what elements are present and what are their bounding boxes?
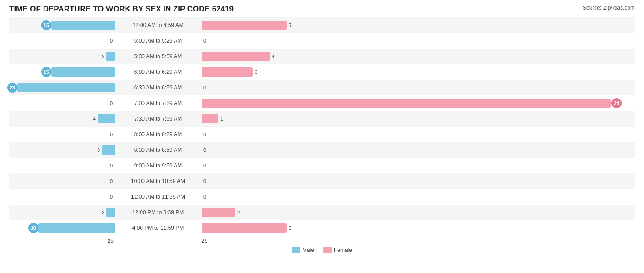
female-bar-area: 5 [202, 17, 635, 33]
male-bar [98, 114, 115, 123]
legend-male-box [292, 247, 300, 253]
time-label-text: 9:00 AM to 9:59 AM [134, 162, 182, 169]
chart-row: 08:00 AM to 8:29 AM0 [9, 127, 635, 142]
time-label-text: 12:00 AM to 4:59 AM [132, 22, 183, 28]
female-value: 5 [289, 22, 291, 28]
female-bar [202, 114, 218, 123]
chart-row: 09:00 AM to 9:59 AM0 [9, 158, 635, 173]
female-zero-value: 0 [203, 163, 206, 168]
female-value: 3 [255, 69, 257, 75]
time-label: 10:00 AM to 10:59 AM [115, 178, 202, 184]
female-value: 4 [272, 54, 274, 59]
time-label-text: 6:30 AM to 6:59 AM [134, 84, 182, 91]
male-bar-area: 0 [9, 158, 115, 173]
time-label: 5:00 AM to 5:29 AM [115, 38, 202, 44]
male-bar-area: 0 [9, 33, 115, 49]
male-bar-area: 2 [9, 49, 115, 64]
chart-row: 010:00 AM to 10:59 AM0 [9, 173, 635, 189]
time-label: 12:00 PM to 3:59 PM [115, 209, 202, 216]
female-zero-value: 0 [203, 194, 206, 200]
axis-right-label: 25 [202, 238, 635, 244]
time-label: 6:30 AM to 6:59 AM [115, 84, 202, 91]
male-bar-area: 4 [9, 111, 115, 127]
time-label: 4:00 PM to 11:59 PM [115, 225, 202, 231]
time-label-text: 8:00 AM to 8:29 AM [134, 131, 182, 138]
chart-row: 212:00 PM to 3:59 PM2 [9, 205, 635, 220]
legend: Male Female [9, 247, 635, 253]
time-label: 5:30 AM to 5:59 AM [115, 53, 202, 60]
time-label-text: 6:00 AM to 6:29 AM [134, 69, 182, 75]
chart-row: 25:30 AM to 5:59 AM4 [9, 49, 635, 64]
time-label-text: 10:00 AM to 10:59 AM [131, 178, 185, 184]
female-bar-area: 5 [202, 220, 635, 236]
axis-left-label: 25 [9, 238, 115, 244]
time-label: 7:00 AM to 7:29 AM [115, 100, 202, 106]
time-label-text: 8:30 AM to 8:59 AM [134, 147, 182, 153]
male-bar [38, 223, 115, 233]
male-badge: 15 [41, 67, 51, 77]
male-bar-area: 15 [9, 64, 115, 80]
chart-row: 1512:00 AM to 4:59 AM5 [9, 17, 635, 33]
female-bar-area: 0 [202, 33, 635, 49]
female-zero-value: 0 [203, 132, 206, 137]
male-zero-value: 0 [110, 38, 113, 44]
male-badge: 18 [28, 223, 38, 233]
female-value: 5 [289, 225, 291, 231]
time-label: 11:00 AM to 11:59 AM [115, 194, 202, 200]
legend-female-box [323, 247, 332, 253]
time-label: 6:00 AM to 6:29 AM [115, 69, 202, 75]
female-bar [202, 21, 287, 30]
female-zero-value: 0 [203, 85, 206, 90]
male-zero-value: 0 [110, 132, 113, 137]
legend-female-label: Female [334, 247, 352, 253]
male-value: 2 [102, 210, 104, 215]
time-label: 7:30 AM to 7:59 AM [115, 116, 202, 122]
chart-title: TIME OF DEPARTURE TO WORK BY SEX IN ZIP … [9, 5, 234, 14]
female-bar-area: 3 [202, 64, 635, 80]
male-bar [51, 21, 115, 30]
time-label: 8:30 AM to 8:59 AM [115, 147, 202, 153]
male-bar-area: 2 [9, 205, 115, 220]
male-badge: 23 [7, 83, 17, 93]
male-bar-area: 0 [9, 189, 115, 205]
chart-row: 236:30 AM to 6:59 AM0 [9, 80, 635, 95]
female-bar [202, 99, 611, 108]
male-bar-area: 0 [9, 95, 115, 111]
chart-row: 38:30 AM to 8:59 AM0 [9, 142, 635, 158]
chart-area: 1512:00 AM to 4:59 AM505:00 AM to 5:29 A… [9, 17, 635, 236]
male-value: 2 [102, 54, 104, 59]
female-bar-area: 0 [202, 173, 635, 189]
male-bar [102, 145, 115, 155]
chart-row: 05:00 AM to 5:29 AM0 [9, 33, 635, 49]
time-label-text: 5:30 AM to 5:59 AM [134, 53, 182, 60]
time-label-text: 12:00 PM to 3:59 PM [132, 209, 184, 216]
female-bar-area: 0 [202, 158, 635, 173]
female-bar [202, 52, 270, 61]
time-label-text: 7:00 AM to 7:29 AM [134, 100, 182, 106]
female-bar-area: 2 [202, 205, 635, 220]
female-bar-area: 0 [202, 142, 635, 158]
male-bar-area: 3 [9, 142, 115, 158]
male-bar [17, 83, 115, 92]
time-label: 12:00 AM to 4:59 AM [115, 22, 202, 28]
chart-row: 011:00 AM to 11:59 AM0 [9, 189, 635, 205]
male-bar-area: 15 [9, 17, 115, 33]
male-bar [106, 208, 115, 217]
female-bar [202, 223, 287, 233]
female-bar-area: 0 [202, 189, 635, 205]
female-zero-value: 0 [203, 38, 206, 44]
male-bar-area: 23 [9, 80, 115, 95]
female-bar-area: 24 [202, 95, 635, 111]
male-zero-value: 0 [110, 163, 113, 168]
chart-row: 156:00 AM to 6:29 AM3 [9, 64, 635, 80]
male-zero-value: 0 [110, 178, 113, 184]
header: TIME OF DEPARTURE TO WORK BY SEX IN ZIP … [9, 5, 635, 14]
legend-female: Female [323, 247, 352, 253]
axis-row: 25 25 [9, 238, 635, 244]
male-zero-value: 0 [110, 100, 113, 106]
female-bar [202, 67, 253, 77]
female-bar-area: 1 [202, 111, 635, 127]
time-label-text: 5:00 AM to 5:29 AM [134, 38, 182, 44]
female-bar [202, 208, 235, 217]
male-bar-area: 0 [9, 173, 115, 189]
